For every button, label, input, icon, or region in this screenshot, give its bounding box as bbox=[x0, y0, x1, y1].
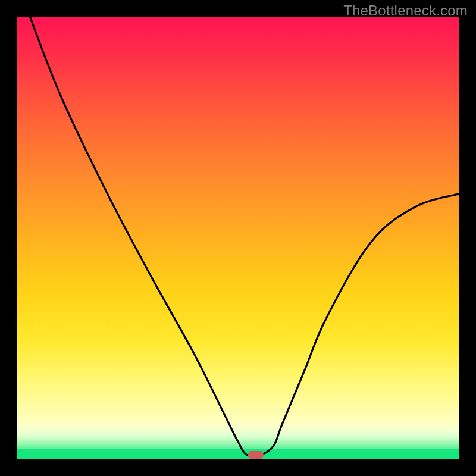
watermark-text: TheBottleneck.com bbox=[343, 2, 468, 19]
chart-frame: TheBottleneck.com bbox=[0, 0, 476, 476]
plot-area bbox=[17, 17, 459, 459]
svg-rect-0 bbox=[248, 451, 264, 459]
minimum-marker bbox=[17, 17, 459, 459]
